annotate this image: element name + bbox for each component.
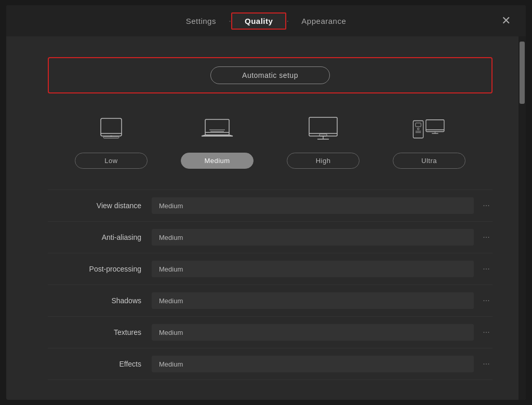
tab-appearance[interactable]: Appearance bbox=[289, 5, 358, 36]
tab-bar: Settings · Quality · Appearance ✕ bbox=[6, 5, 526, 36]
setting-value-bar-effects[interactable]: Medium bbox=[152, 356, 474, 372]
setting-value-bar-post-processing[interactable]: Medium bbox=[152, 261, 474, 277]
content-area: Automatic setup Low bbox=[6, 36, 526, 400]
main-content: Automatic setup Low bbox=[6, 36, 518, 400]
ultra-icon bbox=[411, 114, 447, 145]
preset-low[interactable]: Low bbox=[75, 114, 148, 169]
setting-value-wrapper-shadows: Medium ··· bbox=[152, 292, 493, 309]
setting-dots-view-distance[interactable]: ··· bbox=[480, 201, 493, 210]
tab-settings[interactable]: Settings bbox=[174, 5, 229, 36]
setting-row-post-processing: Post-processing Medium ··· bbox=[48, 253, 493, 285]
setting-value-anti-aliasing: Medium bbox=[159, 234, 183, 241]
medium-icon bbox=[199, 114, 235, 145]
svg-rect-2 bbox=[103, 137, 119, 138]
setting-dots-anti-aliasing[interactable]: ··· bbox=[480, 233, 493, 242]
setting-value-wrapper-effects: Medium ··· bbox=[152, 356, 493, 372]
preset-medium[interactable]: Medium bbox=[181, 114, 254, 169]
setting-dots-effects[interactable]: ··· bbox=[480, 359, 493, 369]
setting-value-bar-shadows[interactable]: Medium bbox=[152, 292, 474, 309]
auto-setup-highlight: Automatic setup bbox=[48, 57, 493, 93]
setting-value-shadows: Medium bbox=[159, 297, 183, 305]
setting-value-view-distance: Medium bbox=[159, 202, 183, 210]
setting-dots-post-processing[interactable]: ··· bbox=[480, 264, 493, 274]
setting-value-wrapper-post-processing: Medium ··· bbox=[152, 261, 493, 277]
setting-value-textures: Medium bbox=[159, 329, 183, 336]
setting-row-shadows: Shadows Medium ··· bbox=[48, 285, 493, 316]
setting-label-shadows: Shadows bbox=[48, 296, 152, 305]
auto-setup-button[interactable]: Automatic setup bbox=[210, 66, 330, 84]
svg-rect-16 bbox=[416, 123, 421, 127]
setting-row-effects: Effects Medium ··· bbox=[48, 348, 493, 380]
preset-low-button[interactable]: Low bbox=[75, 153, 148, 169]
low-icon bbox=[93, 114, 129, 145]
preset-medium-button[interactable]: Medium bbox=[181, 153, 254, 169]
setting-dots-textures[interactable]: ··· bbox=[480, 328, 493, 337]
setting-value-wrapper-textures: Medium ··· bbox=[152, 324, 493, 341]
setting-value-wrapper-view-distance: Medium ··· bbox=[152, 197, 493, 214]
settings-section: View distance Medium ··· Anti-aliasing M… bbox=[48, 190, 493, 380]
svg-rect-15 bbox=[413, 121, 423, 138]
tab-quality[interactable]: Quality bbox=[231, 12, 286, 30]
preset-section: Low bbox=[48, 114, 493, 169]
setting-value-post-processing: Medium bbox=[159, 265, 183, 273]
settings-modal: Settings · Quality · Appearance ✕ Automa… bbox=[6, 5, 526, 400]
setting-label-post-processing: Post-processing bbox=[48, 265, 152, 273]
preset-ultra-button[interactable]: Ultra bbox=[393, 153, 466, 169]
scrollbar-thumb[interactable] bbox=[520, 42, 525, 104]
high-icon bbox=[305, 114, 341, 145]
close-button[interactable]: ✕ bbox=[497, 11, 515, 30]
setting-label-anti-aliasing: Anti-aliasing bbox=[48, 233, 152, 241]
preset-high[interactable]: High bbox=[287, 114, 360, 169]
setting-value-bar-view-distance[interactable]: Medium bbox=[152, 197, 474, 214]
setting-value-wrapper-anti-aliasing: Medium ··· bbox=[152, 229, 493, 246]
setting-row-anti-aliasing: Anti-aliasing Medium ··· bbox=[48, 221, 493, 253]
setting-row-textures: Textures Medium ··· bbox=[48, 316, 493, 348]
scrollbar[interactable] bbox=[518, 36, 526, 400]
setting-label-textures: Textures bbox=[48, 328, 152, 336]
setting-value-bar-textures[interactable]: Medium bbox=[152, 324, 474, 341]
preset-high-button[interactable]: High bbox=[287, 153, 360, 169]
setting-dots-shadows[interactable]: ··· bbox=[480, 296, 493, 305]
setting-label-view-distance: View distance bbox=[48, 201, 152, 210]
setting-label-effects: Effects bbox=[48, 360, 152, 368]
setting-value-bar-anti-aliasing[interactable]: Medium bbox=[152, 229, 474, 246]
setting-row-view-distance: View distance Medium ··· bbox=[48, 190, 493, 221]
svg-point-17 bbox=[417, 128, 419, 130]
setting-value-effects: Medium bbox=[159, 360, 183, 368]
preset-ultra[interactable]: Ultra bbox=[393, 114, 466, 169]
